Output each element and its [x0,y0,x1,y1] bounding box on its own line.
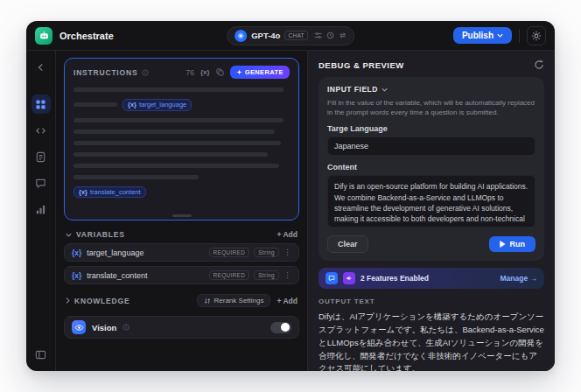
nav-item-api[interactable] [32,121,51,140]
chevron-right-icon[interactable] [66,298,70,304]
bar-chart-icon [35,204,46,215]
layout-icon [35,349,46,360]
nav-item-orchestrate[interactable] [32,94,51,114]
app-icon[interactable] [35,27,52,45]
top-bar-actions: Publish [453,26,546,46]
instructions-actions: 76 {x} GENERATE [186,66,290,79]
row-menu-icon[interactable]: ⋮ [284,271,291,279]
content-textarea[interactable]: Dify is an open-source platform for buil… [327,175,536,228]
nav-item-logs[interactable] [32,147,51,166]
rerank-settings-button[interactable]: Rerank Settings [197,294,271,307]
model-selector[interactable]: GPT-4o CHAT [227,26,354,46]
required-badge: REQUIRED [209,270,250,280]
back-arrow-icon [36,62,46,73]
output-section: OUTPUT TEXT Difyは、AIアプリケーションを構築するためのオープン… [318,298,544,362]
clear-button[interactable]: Clear [327,235,368,253]
sliders-icon[interactable] [314,32,322,39]
variables-header: VARIABLES + Add [64,230,299,239]
variable-chip-target-language[interactable]: {x} target_language [122,99,192,111]
type-badge: String [254,248,279,257]
debug-panel: DEBUG & PREVIEW INPUT FIELD Fill in the … [307,51,555,371]
type-badge: String [254,270,279,280]
page-title: Orchestrate [60,31,114,41]
settings-button[interactable] [527,26,546,46]
variable-chip-translate-content[interactable]: {x} translate_content [74,186,146,199]
chat-bubble-icon [35,178,46,189]
refresh-icon[interactable] [534,60,544,70]
manage-features-button[interactable]: Manage → [500,274,537,283]
add-knowledge-button[interactable]: + Add [276,297,298,305]
history-icon[interactable] [326,32,334,39]
variable-row-target-language[interactable]: {x} target_language REQUIRED String ⋮ [64,243,299,262]
back-button[interactable] [32,58,51,77]
robot-icon [38,30,50,41]
copy-icon[interactable] [216,68,224,76]
toggle-knob [281,323,290,332]
skeleton-line [74,164,279,168]
run-button[interactable]: Run [489,236,536,252]
publish-label: Publish [462,31,494,40]
variables-title: VARIABLES [76,230,125,239]
variable-row-translate-content[interactable]: {x} translate_content REQUIRED String ⋮ [64,266,299,284]
skeleton-line [74,141,281,145]
publish-button[interactable]: Publish [453,27,512,44]
skeleton-line [74,175,199,179]
info-icon [142,69,149,76]
collapse-panel-button[interactable] [32,345,51,364]
prompt-line: {x} target_language [74,99,290,111]
feature-tts-icon [343,272,355,284]
swap-icon[interactable] [339,32,346,39]
generate-button[interactable]: GENERATE [230,66,290,79]
nav-item-monitoring[interactable] [32,200,51,219]
knowledge-title: KNOWLEDGE [74,297,130,305]
input-field-title: INPUT FIELD [327,85,378,94]
target-language-label: Targe Language [327,124,536,133]
run-label: Run [510,240,526,248]
input-field-card: INPUT FIELD Fill in the value of the var… [318,77,544,261]
output-text: Difyは、AIアプリケーションを構築するためのオープンソースプラットフォームで… [318,311,544,371]
sparkle-icon [236,69,242,75]
required-badge: REQUIRED [209,248,250,257]
chevron-down-icon [497,33,503,38]
variable-insert-icon[interactable]: {x} [200,68,210,76]
gear-icon [531,31,542,41]
add-variable-button[interactable]: + Add [276,230,298,239]
config-column: INSTRUCTIONS 76 {x} GENERATE [56,51,307,371]
resize-handle[interactable] [172,214,192,217]
input-field-header[interactable]: INPUT FIELD [327,85,536,94]
feature-chat-icon [326,272,338,284]
document-icon [35,151,46,163]
generate-label: GENERATE [245,68,284,76]
nav-item-annotations[interactable] [32,173,51,192]
debug-buttons: Clear Run [327,235,536,253]
prompt-line: {x} translate_content [74,186,290,199]
variable-prefix: {x} [79,189,88,196]
grid-icon [35,99,46,110]
chevron-down-icon[interactable] [66,233,72,237]
vision-icon [72,320,86,334]
instructions-panel[interactable]: INSTRUCTIONS 76 {x} GENERATE [64,58,299,220]
instructions-title: INSTRUCTIONS [74,68,137,77]
variable-name: translate_content [87,271,147,280]
debug-title: DEBUG & PREVIEW [318,60,404,70]
model-mode-badge: CHAT [284,31,307,40]
info-icon [122,324,130,331]
instructions-header: INSTRUCTIONS 76 {x} GENERATE [74,66,290,79]
model-name: GPT-4o [251,31,280,40]
variable-prefix: {x} [72,248,81,257]
top-bar: Orchestrate GPT-4o CHAT Publish [26,21,555,51]
skeleton-line [74,118,284,122]
skeleton-line [74,102,117,107]
content-label: Content [327,163,536,172]
row-menu-icon[interactable]: ⋮ [284,248,291,256]
target-language-input[interactable]: Japanese [327,136,536,156]
eye-icon [74,323,84,332]
vision-label: Vision [92,323,116,332]
vision-toggle[interactable] [270,322,291,333]
skeleton-line [74,130,275,134]
vision-feature-row: Vision [64,316,299,339]
play-icon [500,241,506,248]
chevron-down-icon [382,88,388,92]
debug-header: DEBUG & PREVIEW [318,60,544,70]
rerank-label: Rerank Settings [214,297,264,304]
